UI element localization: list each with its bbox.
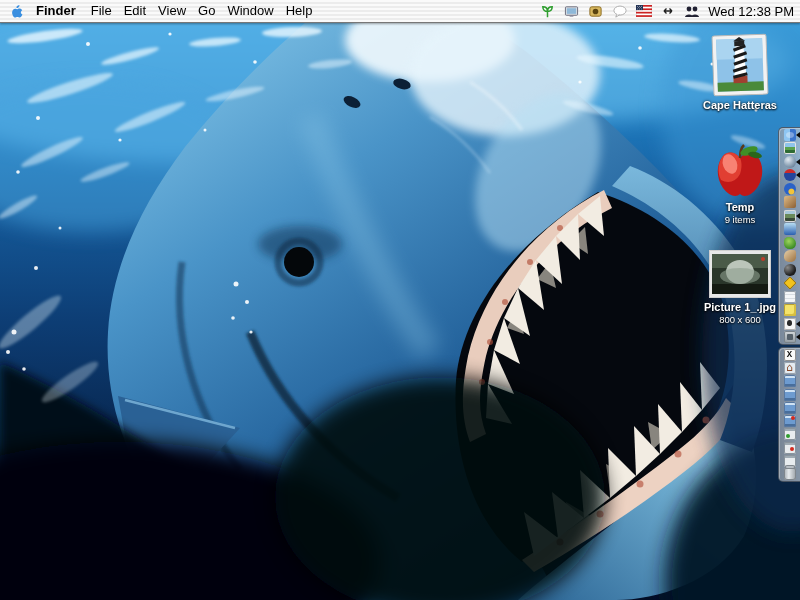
shark-wallpaper bbox=[0, 22, 800, 600]
menu-bar: FinderFileEditViewGoWindowHelp Wed 12:38… bbox=[0, 0, 800, 23]
desktop-icon-sublabel: 800 x 600 bbox=[694, 314, 786, 325]
red-apple-icon bbox=[714, 144, 766, 198]
dock-slot-trash-icon bbox=[779, 468, 800, 481]
dock-slot-gray-app-icon bbox=[779, 331, 800, 344]
dock-slot-apple-logo-app-icon bbox=[779, 317, 800, 330]
dock-slot-green-creature-icon bbox=[779, 236, 800, 249]
blue-document-icon[interactable] bbox=[784, 375, 796, 387]
dark-object-icon[interactable] bbox=[784, 264, 796, 276]
dock-slot-stickies-icon bbox=[779, 304, 800, 317]
dock-slot-landscape-photo-icon bbox=[779, 142, 800, 155]
running-app-marker bbox=[796, 172, 800, 178]
desktop-icon-label: Cape Hatteras bbox=[698, 99, 782, 112]
dock-slot-water-app-icon bbox=[779, 223, 800, 236]
users-menu-icon[interactable] bbox=[683, 3, 700, 20]
landscape-photo-icon[interactable] bbox=[784, 142, 796, 154]
person-app-icon[interactable] bbox=[784, 183, 796, 195]
dock-slot-window-thumbnail-red-icon bbox=[779, 441, 800, 454]
globe-app-icon[interactable] bbox=[784, 156, 796, 168]
dock-slot-package-icon bbox=[779, 196, 800, 209]
dock-slot-window-thumbnail-icon bbox=[779, 428, 800, 441]
green-sprout-menu-icon[interactable] bbox=[539, 3, 556, 20]
blue-document-icon-3[interactable] bbox=[784, 402, 796, 414]
menu-help[interactable]: Help bbox=[280, 0, 319, 22]
blue-document-red-icon[interactable] bbox=[784, 415, 796, 427]
hand-tool-icon[interactable] bbox=[784, 250, 796, 262]
dock-slot-documents-icon bbox=[779, 290, 800, 303]
double-arrow-menu-icon[interactable] bbox=[659, 3, 676, 20]
menu-file[interactable]: File bbox=[85, 0, 118, 22]
apple-logo-icon bbox=[8, 3, 23, 20]
dock-slot-blue-document-red-icon bbox=[779, 415, 800, 428]
dock-slot-globe-app-icon bbox=[779, 155, 800, 168]
menu-extras bbox=[539, 0, 700, 22]
running-app-marker bbox=[796, 159, 800, 165]
desktop[interactable]: Cape Hatteras Temp 9 items bbox=[0, 22, 800, 600]
dock-panel-apps bbox=[778, 127, 800, 345]
menu-items: FinderFileEditViewGoWindowHelp bbox=[30, 0, 318, 22]
desktop-icon-picture[interactable]: Picture 1_.jpg 800 x 600 bbox=[694, 250, 786, 325]
home-icon[interactable]: ⌂ bbox=[784, 362, 796, 374]
window-thumbnail-red-icon[interactable] bbox=[784, 442, 796, 454]
dock-slot-blue-document-icon-3 bbox=[779, 401, 800, 414]
running-app-marker bbox=[796, 213, 800, 219]
menu-window[interactable]: Window bbox=[221, 0, 279, 22]
displays-menu-icon[interactable] bbox=[563, 3, 580, 20]
yellow-app-menu-icon[interactable] bbox=[587, 3, 604, 20]
lighthouse-photo-icon bbox=[711, 33, 769, 97]
dock-slot-person-app-icon bbox=[779, 182, 800, 195]
gray-app-icon[interactable] bbox=[784, 331, 796, 343]
dock-slot-red-badge-app-icon bbox=[779, 169, 800, 182]
desktop-icon-cape-hatteras[interactable]: Cape Hatteras bbox=[698, 34, 782, 112]
window-thumbnail-icon-2[interactable] bbox=[784, 455, 796, 467]
trash-icon[interactable] bbox=[784, 468, 796, 480]
screen: Cape Hatteras Temp 9 items bbox=[0, 0, 800, 600]
desktop-icon-label: Temp bbox=[698, 201, 782, 214]
water-app-icon[interactable] bbox=[784, 223, 796, 235]
photo-thumbnail-icon bbox=[709, 250, 771, 298]
dock-slot-finder-icon bbox=[779, 128, 800, 141]
blue-document-icon-2[interactable] bbox=[784, 389, 796, 401]
desktop-icon-temp[interactable]: Temp 9 items bbox=[698, 144, 782, 225]
apple-menu[interactable] bbox=[0, 0, 30, 22]
red-badge-app-icon[interactable] bbox=[784, 169, 796, 181]
dock-slot-hand-tool-icon bbox=[779, 250, 800, 263]
menu-edit[interactable]: Edit bbox=[118, 0, 152, 22]
us-flag-menu-icon[interactable] bbox=[635, 3, 652, 20]
desktop-icon-label: Picture 1_.jpg bbox=[694, 301, 786, 314]
running-app-marker bbox=[796, 132, 800, 138]
menu-clock[interactable]: Wed 12:38 PM bbox=[706, 4, 800, 19]
excel-x-icon[interactable]: X bbox=[784, 349, 796, 361]
running-app-marker bbox=[796, 334, 800, 340]
apple-logo-app-icon[interactable] bbox=[784, 318, 796, 330]
dock-slot-excel-x-icon: X bbox=[779, 348, 800, 361]
dock-panel-documents: X⌂ bbox=[778, 347, 800, 482]
menu-go[interactable]: Go bbox=[192, 0, 221, 22]
stickies-icon[interactable] bbox=[784, 304, 796, 316]
running-app-marker bbox=[796, 321, 800, 327]
package-icon[interactable] bbox=[784, 196, 796, 208]
dock-slot-blue-document-icon bbox=[779, 375, 800, 388]
finder-icon[interactable] bbox=[784, 129, 796, 141]
dock-slot-dark-object-icon bbox=[779, 263, 800, 276]
green-creature-icon[interactable] bbox=[784, 237, 796, 249]
menu-view[interactable]: View bbox=[152, 0, 192, 22]
dock-slot-blue-document-icon-2 bbox=[779, 388, 800, 401]
window-thumbnail-icon[interactable] bbox=[784, 428, 796, 440]
speech-bubble-menu-icon[interactable] bbox=[611, 3, 628, 20]
desktop-icon-sublabel: 9 items bbox=[698, 214, 782, 225]
dock-slot-warning-sign-icon bbox=[779, 277, 800, 290]
menu-finder[interactable]: Finder bbox=[30, 0, 85, 22]
warning-sign-icon[interactable] bbox=[783, 277, 796, 290]
dock-slot-landscape-photo-icon-2 bbox=[779, 209, 800, 222]
landscape-photo-icon-2[interactable] bbox=[784, 210, 796, 222]
dock-slot-home-icon: ⌂ bbox=[779, 362, 800, 375]
documents-icon[interactable] bbox=[784, 291, 796, 303]
